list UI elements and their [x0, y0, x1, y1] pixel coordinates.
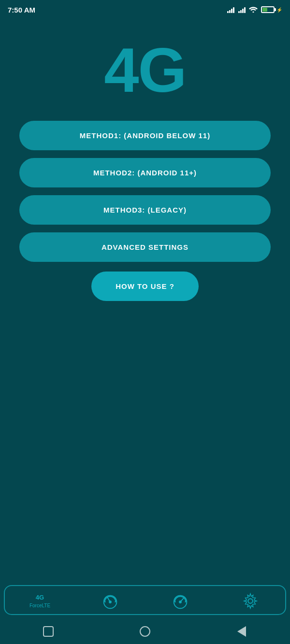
settings-icon [241, 592, 260, 610]
svg-point-13 [248, 599, 253, 603]
logo-4g: 4G [104, 39, 186, 101]
recent-apps-button[interactable] [42, 625, 55, 638]
main-content: 4G METHOD1: (ANDROID BELOW 11) METHOD2: … [0, 19, 290, 581]
svg-point-9 [179, 601, 181, 603]
signal-bar [233, 7, 234, 13]
recent-apps-icon [43, 626, 54, 637]
svg-point-3 [109, 601, 111, 603]
home-icon [140, 626, 150, 637]
svg-point-0 [253, 11, 254, 13]
battery-bolt-icon: ⚡ [276, 7, 282, 13]
signal-bars-1 [227, 6, 234, 13]
signal-bar [238, 11, 240, 13]
nav-item-speed1[interactable] [75, 592, 145, 610]
method2-button[interactable]: METHOD2: (ANDROID 11+) [19, 158, 271, 187]
menu-buttons: METHOD1: (ANDROID BELOW 11) METHOD2: (AN… [19, 121, 271, 301]
signal-bar [231, 9, 232, 13]
status-icons: ⚡ [227, 6, 282, 14]
nav-item-home[interactable]: 4G ForceLTE [5, 594, 75, 608]
system-nav [0, 619, 290, 644]
battery-container: ⚡ [261, 6, 282, 13]
back-button[interactable] [235, 625, 248, 638]
home-button[interactable] [138, 625, 152, 638]
signal-bar [244, 7, 246, 13]
method3-button[interactable]: METHOD3: (LEGACY) [19, 195, 271, 225]
method1-button[interactable]: METHOD1: (ANDROID BELOW 11) [19, 121, 271, 150]
nav-sub-forcelts: ForceLTE [29, 603, 50, 608]
signal-bars-2 [238, 6, 246, 13]
battery-fill [262, 8, 267, 12]
how-to-use-wrapper: HOW TO USE ? [19, 272, 271, 301]
nav-label-4g: 4G [36, 594, 44, 601]
signal-bar [229, 10, 231, 13]
how-to-use-button[interactable]: HOW TO USE ? [91, 272, 199, 301]
nav-item-speed2[interactable] [145, 592, 215, 610]
wifi-icon [249, 6, 258, 14]
status-time: 7:50 AM [8, 6, 35, 14]
back-icon [237, 626, 246, 637]
advanced-settings-button[interactable]: ADVANCED SETTINGS [19, 232, 271, 262]
signal-bar [242, 9, 244, 13]
nav-item-settings[interactable] [215, 592, 285, 610]
speedometer2-icon [171, 592, 189, 610]
signal-bar [240, 10, 242, 13]
battery-icon [261, 6, 275, 13]
speedometer1-icon [101, 592, 119, 610]
bottom-nav: 4G ForceLTE [4, 585, 286, 615]
signal-bar [227, 11, 229, 13]
status-bar: 7:50 AM ⚡ [0, 0, 290, 19]
